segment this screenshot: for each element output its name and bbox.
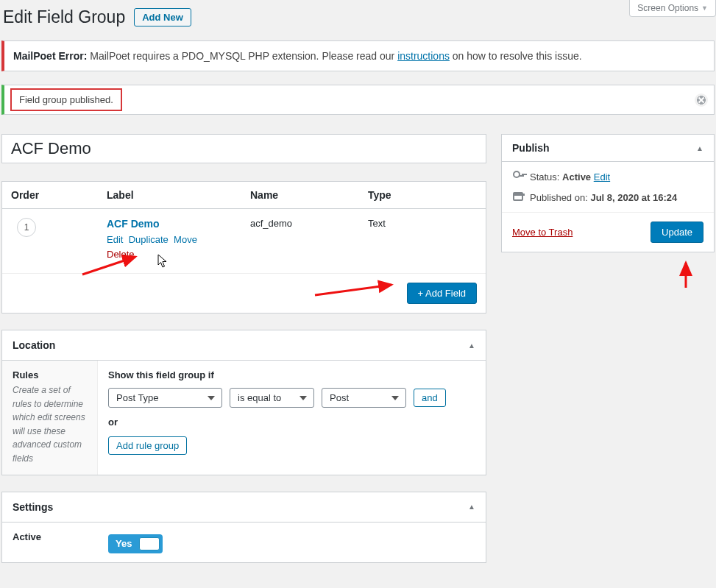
chevron-down-icon: ▼ [701, 4, 708, 12]
toggle-knob-icon [139, 537, 160, 550]
move-to-trash-link[interactable]: Move to Trash [512, 227, 573, 238]
fields-table: Order Label Name Type 1 ACF Demo Edit Du… [1, 181, 486, 314]
collapse-toggle[interactable]: ▲ [468, 503, 475, 511]
field-group-title-input[interactable] [1, 134, 486, 163]
show-if-label: Show this field group if [108, 369, 475, 380]
rules-label: Rules [13, 369, 90, 380]
publish-title: Publish [512, 142, 550, 154]
page-title: Edit Field Group [3, 7, 125, 27]
add-rule-group-button[interactable]: Add rule group [108, 436, 187, 455]
collapse-toggle[interactable]: ▲ [468, 341, 475, 350]
mailpoet-error-body-a: MailPoet requires a PDO_MYSQL PHP extens… [87, 50, 397, 62]
calendar-icon [512, 192, 524, 203]
col-head-order: Order [11, 189, 107, 201]
screen-options-button[interactable]: Screen Options ▼ [629, 0, 716, 17]
published-notice: Field group published. [10, 88, 122, 111]
row-action-duplicate[interactable]: Duplicate [129, 234, 169, 245]
field-name-cell: acf_demo [250, 218, 368, 229]
published-on-value: Jul 8, 2020 at 16:24 [590, 192, 677, 203]
order-badge[interactable]: 1 [17, 218, 36, 237]
mailpoet-instructions-link[interactable]: instructions [397, 50, 450, 62]
rule-value-select[interactable]: Post [322, 388, 406, 408]
update-button[interactable]: Update [651, 222, 703, 243]
publish-postbox: Publish ▲ Status: Active Edit Pu [501, 134, 715, 252]
status-edit-link[interactable]: Edit [594, 171, 610, 183]
active-toggle-label: Yes [116, 538, 132, 549]
mailpoet-error-notice: MailPoet Error: MailPoet requires a PDO_… [1, 40, 715, 71]
field-label-link[interactable]: ACF Demo [107, 218, 160, 230]
rule-operator-select[interactable]: is equal to [230, 388, 314, 408]
col-head-type: Type [368, 189, 477, 201]
row-action-delete[interactable]: Delete [107, 249, 135, 260]
field-type-cell: Text [368, 218, 477, 229]
table-row[interactable]: 1 ACF Demo Edit Duplicate Move Delete ac… [2, 209, 486, 274]
settings-title: Settings [13, 501, 53, 513]
settings-postbox: Settings ▲ Active Yes [1, 492, 486, 563]
location-postbox: Location ▲ Rules Create a set of rules t… [1, 330, 486, 475]
mailpoet-error-body-b: on how to resolve this issue. [450, 50, 582, 62]
rule-and-button[interactable]: and [414, 389, 446, 407]
key-icon [512, 171, 524, 183]
rules-help: Create a set of rules to determine which… [13, 383, 90, 466]
mailpoet-error-prefix: MailPoet Error: [13, 50, 87, 62]
dismiss-notice-button[interactable] [695, 93, 708, 107]
active-toggle[interactable]: Yes [108, 534, 163, 553]
add-field-button[interactable]: + Add Field [407, 283, 477, 304]
add-new-button[interactable]: Add New [134, 8, 191, 26]
status-label: Status: [530, 171, 562, 183]
status-value: Active [562, 171, 591, 183]
rule-param-select[interactable]: Post Type [108, 388, 222, 408]
col-head-name: Name [250, 189, 368, 201]
settings-active-label: Active [13, 531, 91, 542]
row-action-move[interactable]: Move [174, 234, 197, 245]
row-action-edit[interactable]: Edit [107, 234, 123, 245]
rule-or-label: or [108, 417, 475, 428]
published-on-label: Published on: [530, 192, 590, 203]
screen-options-label: Screen Options [637, 3, 698, 13]
collapse-toggle[interactable]: ▲ [696, 144, 703, 152]
col-head-label: Label [107, 189, 250, 201]
location-title: Location [13, 339, 55, 351]
